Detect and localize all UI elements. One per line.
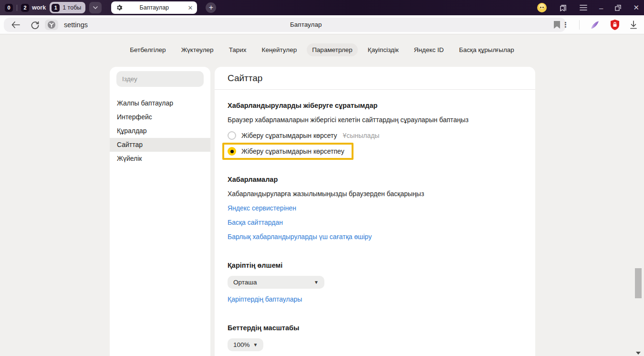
radio-option-show-requests[interactable]: Жіберу сұратымдарын көрсету Ұсынылады (228, 130, 522, 141)
nav-tab-history[interactable]: Тарих (224, 43, 252, 56)
close-window-button[interactable]: ✕ (633, 3, 639, 12)
tab-counter-badge[interactable]: 0 (5, 4, 13, 12)
sidebar-item-general[interactable]: Жалпы баптаулар (110, 96, 210, 110)
sidebar-search[interactable] (116, 71, 204, 87)
nav-tab-bookmarks[interactable]: Бетбелгілер (125, 43, 171, 56)
section-description: Хабарландыруларға жазылымыңызды браузерд… (228, 190, 522, 198)
section-heading-notifications: Хабарламалар (228, 176, 522, 183)
page-zoom-dropdown[interactable]: 100% ▼ (228, 338, 263, 351)
site-favicon[interactable] (45, 20, 58, 30)
protect-shield-icon[interactable] (610, 20, 620, 30)
restore-button[interactable] (615, 5, 621, 11)
page-title-omnibox: Баптаулар (290, 18, 322, 32)
tab-strip: 0 2 work 1 1 тобы Баптаулар ✕ + – ✕ (0, 0, 644, 15)
minimize-button[interactable]: – (599, 4, 603, 12)
active-tab[interactable]: Баптаулар ✕ (111, 1, 197, 14)
back-arrow-icon (11, 21, 20, 28)
sidebar-item-tools[interactable]: Құралдар (110, 124, 210, 138)
radio-label: Жіберу сұратымдарын көрсетпеу (241, 147, 344, 155)
yandex-browser-icon (48, 21, 55, 29)
toolbar-menu-icon[interactable]: ⋮ (562, 21, 569, 29)
sidebar-item-sites[interactable]: Сайттар (110, 138, 210, 152)
tab-title: Баптаулар (111, 4, 197, 11)
dropdown-value: Орташа (233, 279, 257, 286)
browser-toolbar: settings Баптаулар ⋮ (0, 15, 644, 34)
radio-label: Жіберу сұратымдарын көрсету (241, 132, 337, 139)
divider (17, 5, 17, 11)
scrollbar-thumb[interactable] (635, 268, 642, 298)
link-font-settings[interactable]: Қаріптердің баптаулары (228, 295, 302, 303)
workspace-label[interactable]: work (32, 4, 46, 11)
search-input[interactable] (122, 75, 198, 83)
workspace-count-badge[interactable]: 2 (21, 4, 29, 12)
radio-selected-icon[interactable] (228, 147, 236, 156)
recommended-hint: Ұсынылады (343, 132, 380, 139)
tab-group-label: 1 тобы (62, 4, 81, 11)
link-other-sites[interactable]: Басқа сайттардан (228, 219, 283, 226)
section-heading-font-size: Қаріптің өлшемі (228, 262, 522, 269)
radio-unselected-icon[interactable] (228, 131, 236, 140)
reload-button[interactable] (29, 19, 41, 31)
section-heading-page-zoom: Беттердің масштабы (228, 324, 522, 332)
divider (579, 20, 580, 30)
page-title: Сайттар (228, 73, 262, 84)
dropdown-value: 100% (233, 341, 250, 348)
new-tab-button[interactable]: + (206, 2, 216, 13)
sidebar-item-system[interactable]: Жүйелік (110, 152, 210, 166)
bookmark-icon[interactable] (554, 21, 560, 29)
link-yandex-services[interactable]: Яндекс сервистерінен (228, 204, 296, 212)
chevron-down-icon: ▼ (309, 280, 319, 285)
nav-tab-other-devices[interactable]: Басқа құрылғылар (454, 43, 519, 56)
section-description: Браузер хабарламаларын жібергісі келетін… (228, 116, 522, 124)
address-bar[interactable]: settings Баптаулар (4, 18, 566, 32)
profile-avatar[interactable] (537, 3, 547, 12)
section-heading-notification-requests: Хабарландыруларды жіберуге сұратымдар (228, 102, 522, 109)
nav-tab-extensions[interactable]: Кеңейтулер (257, 43, 302, 56)
settings-page: Бетбелгілер Жүктеулер Тарих Кеңейтулер П… (0, 34, 644, 356)
main-header: Сайттар (215, 67, 535, 90)
tab-group[interactable]: 1 1 тобы (50, 2, 85, 13)
chevron-down-icon (93, 6, 98, 9)
tab-close-icon[interactable]: ✕ (187, 5, 193, 11)
reload-icon (31, 21, 39, 29)
nav-tab-settings[interactable]: Параметрлер (307, 43, 358, 56)
download-icon[interactable] (630, 21, 637, 29)
link-mute-all-notifications[interactable]: Барлық хабарландыруларды үш сағатқа өшір… (228, 233, 372, 241)
side-panel-icon[interactable] (559, 3, 568, 12)
font-size-dropdown[interactable]: Орташа ▼ (228, 276, 324, 289)
settings-main-panel: Сайттар Хабарландыруларды жіберуге сұрат… (215, 67, 535, 356)
feather-extension-icon[interactable] (590, 20, 600, 30)
nav-tab-yandex-id[interactable]: Яндекс ID (409, 43, 449, 56)
nav-tab-security[interactable]: Қауіпсіздік (363, 43, 404, 56)
chevron-down-icon: ▼ (253, 342, 258, 347)
scrollbar-down-arrow-icon[interactable] (636, 352, 641, 355)
settings-sidebar: Жалпы баптаулар Интерфейс Құралдар Сайтт… (110, 67, 210, 356)
settings-top-nav: Бетбелгілер Жүктеулер Тарих Кеңейтулер П… (0, 43, 644, 56)
back-button[interactable] (10, 19, 22, 31)
sidebar-item-interface[interactable]: Интерфейс (110, 110, 210, 124)
nav-tab-downloads[interactable]: Жүктеулер (176, 43, 219, 56)
url-text[interactable]: settings (64, 21, 88, 29)
menu-icon[interactable] (580, 5, 587, 10)
radio-option-hide-requests[interactable]: Жіберу сұратымдарын көрсетпеу (228, 146, 344, 157)
tab-group-count-badge: 1 (52, 4, 60, 12)
annotation-highlight-box: Жіберу сұратымдарын көрсетпеу (222, 143, 353, 160)
tab-group-chevron-button[interactable] (89, 2, 102, 13)
